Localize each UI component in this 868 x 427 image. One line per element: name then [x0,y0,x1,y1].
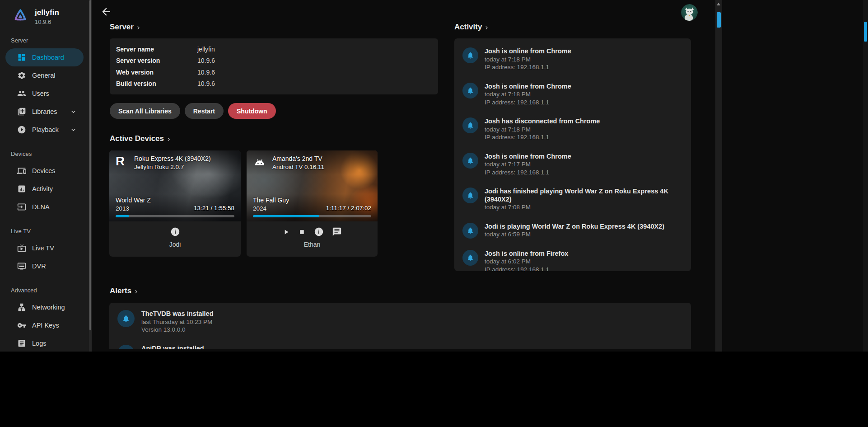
sidebar-item-api-keys[interactable]: API Keys [0,316,89,334]
now-playing-backdrop: R Roku Express 4K (3940X2) Jellyfin Roku… [109,150,241,221]
sidebar-item-networking[interactable]: Networking [0,298,89,316]
device-name: Roku Express 4K (3940X2) [134,155,211,162]
sidebar-item-playback[interactable]: Playback [0,121,89,139]
scan-all-libraries-button[interactable]: Scan All Libraries [110,103,180,119]
alert-entry: AniDB was installed [117,345,691,350]
sidebar-item-logs[interactable]: Logs [0,334,89,352]
nav-section-label-livetv: Live TV [11,228,89,235]
nav-section-label-server: Server [11,37,89,44]
media-title: World War Z [116,197,151,204]
client-version: Android TV 0.16.11 [272,164,324,170]
live-tv-icon [17,244,26,253]
server-info-row: Server version 10.9.6 [110,55,438,67]
play-button[interactable] [282,228,290,236]
activity-entry: Jodi has finished playing World War Z on… [462,188,685,211]
sidebar-item-devices[interactable]: Devices [0,162,89,180]
activity-entry: Josh is online from Chrome today at 7:18… [462,83,685,107]
app-title: jellyfin [35,8,59,17]
sidebar-item-users[interactable]: Users [0,84,89,103]
bell-icon [467,157,474,164]
activity-entry: Josh has disconnected from Chrome today … [462,117,685,141]
sidebar-item-live-tv[interactable]: Live TV [0,239,89,257]
playback-time: 13:21 / 1:55:58 [194,205,234,212]
dvr-icon [17,262,26,271]
content-scrollbar[interactable] [715,0,722,352]
media-year: 2013 [116,205,151,212]
bell-icon [122,349,130,350]
bell-icon [467,192,474,199]
device-name: Amanda's 2nd TV [272,155,324,162]
android-icon [253,155,266,169]
library-add-icon [17,107,26,116]
dashboard-icon [17,53,26,62]
sidebar-scrollbar[interactable] [89,0,92,352]
chevron-right-icon [135,24,142,31]
activity-entry: Josh is online from Chrome today at 7:17… [462,153,685,177]
server-info-row: Server name jellyfin [110,43,438,55]
logs-icon [17,339,26,348]
users-icon [17,89,26,98]
info-button[interactable] [314,227,324,237]
send-message-button[interactable] [332,227,342,237]
active-device-card: Amanda's 2nd TV Android TV 0.16.11 The F… [247,150,378,257]
cat-avatar-image [681,4,698,21]
back-arrow-icon [100,6,112,18]
chevron-down-icon [70,108,77,116]
sidebar-item-general[interactable]: General [0,66,89,84]
shutdown-button[interactable]: Shutdown [228,103,276,119]
gear-icon [17,71,26,80]
playback-time: 1:11:17 / 2:07:02 [326,205,371,212]
user-avatar[interactable] [681,4,698,21]
play-circle-icon [17,125,26,134]
activity-entry: Josh is online from Chrome today at 7:18… [462,47,685,71]
window-scrollbar-thumb[interactable] [864,22,867,42]
app-version: 10.9.6 [35,19,59,25]
window-scrollbar[interactable] [863,0,868,352]
alerts-heading[interactable]: Alerts [110,286,140,296]
bell-icon [467,227,474,235]
bell-icon [467,254,474,262]
key-icon [17,321,26,330]
media-title: The Fall Guy [253,197,289,204]
now-playing-backdrop: Amanda's 2nd TV Android TV 0.16.11 The F… [247,150,378,221]
restart-button[interactable]: Restart [185,103,224,119]
chevron-right-icon [483,24,490,31]
network-icon [17,303,26,312]
app-window: jellyfin 10.9.6 Server Dashboard General… [0,0,868,352]
devices-icon [17,166,26,175]
alerts-card: TheTVDB was installed last Thursday at 1… [109,303,691,349]
brand: jellyfin 10.9.6 [0,0,89,25]
sidebar-item-libraries[interactable]: Libraries [0,103,89,121]
active-devices-heading[interactable]: Active Devices [110,134,172,143]
activity-heading[interactable]: Activity [454,23,490,32]
server-info-row: Web version 10.9.6 [110,66,438,78]
sidebar: jellyfin 10.9.6 Server Dashboard General… [0,0,89,352]
nav-section-label-advanced: Advanced [11,287,89,294]
content-scrollbar-thumb[interactable] [717,12,721,28]
info-button[interactable] [170,227,180,237]
nav-section-label-devices: Devices [11,150,89,157]
server-info-row: Build version 10.9.6 [110,78,438,90]
sidebar-item-dashboard[interactable]: Dashboard [5,48,84,66]
stop-button[interactable] [298,228,306,236]
playback-progress-fill [116,215,129,217]
sidebar-scrollbar-thumb[interactable] [89,0,91,330]
playback-progress-fill [253,215,319,217]
playback-progress-bar [253,215,371,217]
bell-icon [467,87,474,94]
roku-icon: R [116,155,128,168]
session-user: Jodi [169,241,181,248]
server-section-heading[interactable]: Server [110,23,142,32]
session-user: Ethan [304,241,321,248]
sidebar-item-dlna[interactable]: DLNA [0,198,89,216]
scroll-up-arrow-icon[interactable] [717,3,720,5]
jellyfin-logo-icon [12,7,29,24]
bell-icon [122,314,130,323]
input-icon [17,202,26,211]
activity-entry: Josh is online from Firefox today at 6:0… [462,250,685,272]
back-button[interactable] [100,6,112,18]
sidebar-item-activity[interactable]: Activity [0,180,89,198]
sidebar-item-dvr[interactable]: DVR [0,257,89,275]
bell-icon [467,52,474,59]
chevron-down-icon [70,126,77,134]
